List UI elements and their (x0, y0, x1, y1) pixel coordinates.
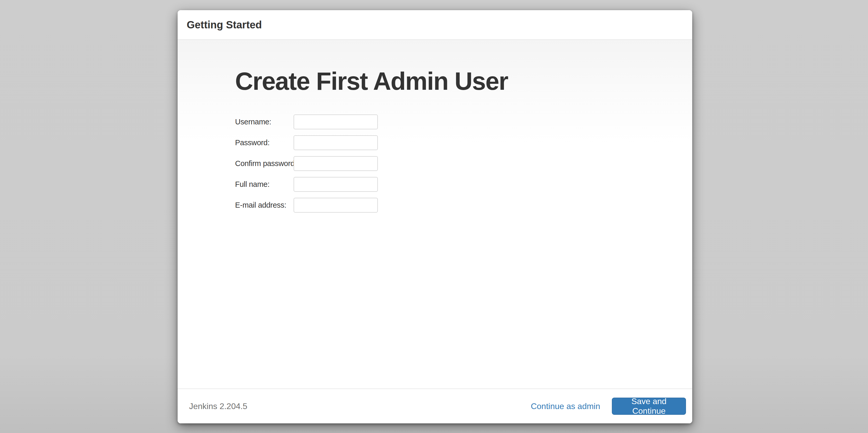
confirm-password-label: Confirm password: (235, 159, 293, 168)
email-label: E-mail address: (235, 201, 293, 209)
full-name-label: Full name: (235, 180, 293, 189)
password-input[interactable] (293, 135, 378, 150)
page-title: Create First Admin User (235, 40, 692, 95)
dialog-header: Getting Started (178, 10, 692, 40)
form-row-username: Username: (235, 115, 692, 129)
email-input[interactable] (293, 198, 378, 212)
dialog-title: Getting Started (187, 19, 262, 31)
username-input[interactable] (293, 115, 378, 129)
dialog-body: Create First Admin User Username: Passwo… (178, 40, 692, 388)
create-admin-user-form: Username: Password: Confirm password: Fu… (235, 115, 692, 212)
full-name-input[interactable] (293, 177, 378, 192)
form-row-full-name: Full name: (235, 177, 692, 192)
continue-as-admin-link[interactable]: Continue as admin (531, 402, 600, 411)
getting-started-dialog: Getting Started Create First Admin User … (178, 10, 692, 423)
confirm-password-input[interactable] (293, 156, 378, 171)
form-row-confirm-password: Confirm password: (235, 156, 692, 171)
password-label: Password: (235, 139, 293, 147)
username-label: Username: (235, 118, 293, 126)
form-row-email: E-mail address: (235, 198, 692, 212)
save-and-continue-button[interactable]: Save and Continue (612, 398, 686, 415)
dialog-footer: Jenkins 2.204.5 Continue as admin Save a… (178, 388, 692, 423)
form-row-password: Password: (235, 135, 692, 150)
jenkins-version-text: Jenkins 2.204.5 (189, 402, 247, 411)
